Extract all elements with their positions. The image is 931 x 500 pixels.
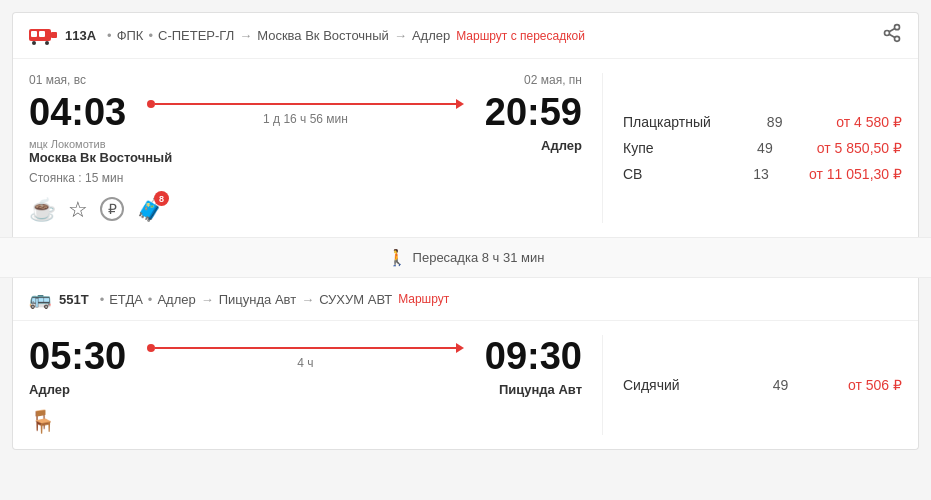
price-count-bus-0: 49 (765, 377, 795, 393)
card1-body: 01 мая, вс 02 мая, пн 04:03 1 д 16 ч 56 … (13, 59, 918, 237)
journey-section-1: 01 мая, вс 02 мая, пн 04:03 1 д 16 ч 56 … (29, 73, 602, 223)
times-row-2: 05:30 4 ч 09:30 (29, 335, 582, 378)
station-right-2: Пицунда Авт (499, 382, 582, 397)
train-number: 113А (65, 28, 96, 43)
rub-icon[interactable]: ₽ (100, 197, 124, 221)
svg-line-10 (889, 28, 895, 31)
svg-rect-1 (51, 32, 57, 38)
station-mid-1: Москва Вк Восточный (257, 28, 389, 43)
price-amount-0: от 4 580 ₽ (836, 114, 902, 130)
stations-row-1: мцк Локомотив Москва Вк Восточный Адлер (29, 138, 582, 165)
price-class-2: СВ (623, 166, 713, 182)
price-amount-bus-0: от 506 ₽ (848, 377, 902, 393)
stations-row-2: Адлер Пицунда Авт (29, 382, 582, 397)
price-class-bus-0: Сидячий (623, 377, 713, 393)
price-amount-2: от 11 051,30 ₽ (809, 166, 902, 182)
train-icon (29, 27, 57, 45)
station-right-1: Адлер (541, 138, 582, 165)
station-main-2: Адлер (29, 382, 70, 397)
station-left-1: мцк Локомотив Москва Вк Восточный (29, 138, 172, 165)
price-row-0[interactable]: Плацкартный 89 от 4 580 ₽ (623, 114, 902, 130)
arrow-head-2 (456, 343, 464, 353)
times-row-1: 04:03 1 д 16 ч 56 мин 20:59 (29, 91, 582, 134)
svg-line-9 (889, 34, 895, 37)
svg-rect-2 (31, 31, 37, 37)
price-amount-1: от 5 850,50 ₽ (817, 140, 902, 156)
duration-line-1: 1 д 16 ч 56 мин (139, 99, 472, 126)
price-row-1[interactable]: Купе 49 от 5 850,50 ₽ (623, 140, 902, 156)
price-class-1: Купе (623, 140, 713, 156)
price-count-0: 89 (760, 114, 790, 130)
price-class-0: Плацкартный (623, 114, 713, 130)
card1-header: 113А • ФПК • С-ПЕТЕР-ГЛ → Москва Вк Вост… (13, 13, 918, 59)
journey-section-2: 05:30 4 ч 09:30 Адлер Пицунда Авт (29, 335, 602, 435)
price-row-bus-0[interactable]: Сидячий 49 от 506 ₽ (623, 377, 902, 393)
stop-info-1: Стоянка : 15 мин (29, 171, 582, 185)
card2-header: 🚌 551Т • ЕТДА • Адлер → Пицунда Авт → СУ… (13, 278, 918, 321)
arrow1: → (239, 28, 252, 43)
svg-point-7 (885, 31, 890, 36)
food-icon[interactable]: ☕ (29, 197, 56, 223)
sep3: • (100, 292, 105, 307)
dot-start-2 (147, 344, 155, 352)
svg-point-5 (45, 41, 49, 45)
sep1: • (107, 28, 112, 43)
train-number-2: 551Т (59, 292, 89, 307)
duration-1: 1 д 16 ч 56 мин (263, 112, 348, 126)
bag-badge: 8 (154, 191, 169, 206)
time-to-2: 09:30 (472, 335, 582, 378)
date-from-1: 01 мая, вс (29, 73, 86, 87)
svg-point-6 (895, 25, 900, 30)
transfer-label: Пересадка 8 ч 31 мин (413, 250, 545, 265)
share-button[interactable] (882, 23, 902, 48)
time-from-1: 04:03 (29, 91, 139, 134)
station-from-1: С-ПЕТЕР-ГЛ (158, 28, 234, 43)
station-left-2: Адлер (29, 382, 70, 397)
price-count-2: 13 (746, 166, 776, 182)
date-row-1: 01 мая, вс 02 мая, пн (29, 73, 582, 87)
star-icon[interactable]: ☆ (68, 197, 88, 223)
operator1: ФПК (117, 28, 144, 43)
station-main-1: Москва Вк Восточный (29, 150, 172, 165)
svg-point-4 (32, 41, 36, 45)
transfer-badge-1: Маршрут с пересадкой (456, 29, 585, 43)
duration-2: 4 ч (297, 356, 313, 370)
price-row-2[interactable]: СВ 13 от 11 051,30 ₽ (623, 166, 902, 182)
train-card-1: 113А • ФПК • С-ПЕТЕР-ГЛ → Москва Вк Вост… (12, 12, 919, 237)
station-to-1: Адлер (412, 28, 450, 43)
time-to-1: 20:59 (472, 91, 582, 134)
station-sub-1: мцк Локомотив (29, 138, 172, 150)
card2-body: 05:30 4 ч 09:30 Адлер Пицунда Авт (13, 321, 918, 449)
icons-row-1: ☕ ☆ ₽ 🧳 8 (29, 197, 582, 223)
dot-start-1 (147, 100, 155, 108)
svg-point-8 (895, 36, 900, 41)
line-1 (155, 103, 456, 105)
bag-icon[interactable]: 🧳 8 (136, 197, 163, 223)
time-from-2: 05:30 (29, 335, 139, 378)
prices-section-2: Сидячий 49 от 506 ₽ (602, 335, 902, 435)
date-to-1: 02 мая, пн (86, 73, 582, 87)
price-count-1: 49 (750, 140, 780, 156)
train-card-2: 🚌 551Т • ЕТДА • Адлер → Пицунда Авт → СУ… (12, 278, 919, 450)
route-label-2: Маршрут (398, 292, 449, 306)
duration-line-2: 4 ч (139, 343, 472, 370)
transfer-row: 🚶 Пересадка 8 ч 31 мин (0, 237, 931, 278)
arrow-head-1 (456, 99, 464, 109)
arrow2: → (394, 28, 407, 43)
seat-icon: 🪑 (29, 409, 56, 435)
station-from-2: Адлер (157, 292, 195, 307)
svg-rect-3 (39, 31, 45, 37)
icons-row-2: 🪑 (29, 409, 582, 435)
arrow3: → (201, 292, 214, 307)
route-line-1 (147, 99, 464, 109)
sep4: • (148, 292, 153, 307)
bus-icon: 🚌 (29, 288, 51, 310)
station-mid-2: Пицунда Авт (219, 292, 296, 307)
arrow4: → (301, 292, 314, 307)
sep2: • (148, 28, 153, 43)
walk-icon: 🚶 (387, 248, 407, 267)
line-2 (155, 347, 456, 349)
route-line-2 (147, 343, 464, 353)
operator2: ЕТДА (109, 292, 143, 307)
station-to-2: СУХУМ АВТ (319, 292, 392, 307)
